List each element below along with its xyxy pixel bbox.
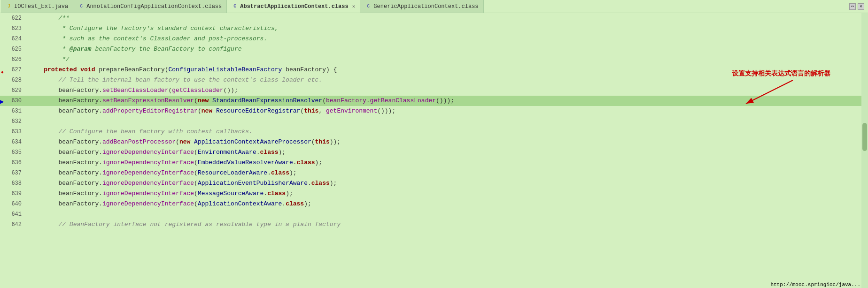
table-row: 636 beanFactory.ignoreDependencyInterfac… — [0, 158, 868, 168]
editor-container: 设置支持相关表达式语言的解析器 622 /** 623 * Configure … — [0, 13, 868, 288]
table-row: 626 */ — [0, 54, 868, 65]
line-number: 638 — [0, 178, 25, 189]
line-content: beanFactory.ignoreDependencyInterface(Ap… — [25, 199, 311, 209]
line-number: 623 — [0, 23, 25, 34]
code-editor[interactable]: 622 /** 623 * Configure the factory's st… — [0, 13, 868, 288]
table-row: 622 /** — [0, 13, 868, 23]
line-number: 637 — [0, 168, 25, 178]
line-content: /** — [25, 13, 70, 23]
table-row: 635 beanFactory.ignoreDependencyInterfac… — [0, 147, 868, 158]
scrollbar-thumb-y[interactable] — [862, 123, 867, 151]
tab-abstract-label: AbstractApplicationContext.class — [240, 3, 348, 10]
line-content: beanFactory.addPropertyEditorRegistrar(n… — [25, 106, 395, 116]
tab-ioc[interactable]: J IOCTest_Ext.java — [1, 0, 73, 13]
tab-ioc-label: IOCTest_Ext.java — [14, 3, 68, 10]
tab-abstract[interactable]: C AbstractApplicationContext.class ✕ — [227, 0, 360, 13]
line-content: beanFactory.setBeanExpressionResolver(ne… — [25, 96, 454, 106]
svg-line-1 — [746, 80, 793, 104]
class-file-icon-generic: C — [365, 3, 372, 10]
line-number: 640 — [0, 199, 25, 209]
line-content: beanFactory.ignoreDependencyInterface(En… — [25, 147, 286, 158]
table-row: 634 beanFactory.addBeanPostProcessor(new… — [0, 137, 868, 147]
table-row: 624 * such as the context's ClassLoader … — [0, 34, 868, 44]
line-content: beanFactory.addBeanPostProcessor(new App… — [25, 137, 341, 147]
line-number: 625 — [0, 44, 25, 54]
line-number: 622 — [0, 13, 25, 23]
java-file-icon: J — [6, 3, 12, 10]
line-content: // Configure the bean factory with conte… — [25, 127, 253, 137]
line-number: 624 — [0, 34, 25, 44]
line-number: 628 — [0, 75, 25, 85]
annotation-bubble: 设置支持相关表达式语言的解析器 — [732, 69, 830, 78]
tab-anno[interactable]: C AnnotationConfigApplicationContext.cla… — [73, 0, 227, 13]
class-file-icon-anno: C — [78, 3, 85, 10]
line-content: beanFactory.setBeanClassLoader(getClassL… — [25, 85, 238, 96]
table-row: 640 beanFactory.ignoreDependencyInterfac… — [0, 199, 868, 209]
tab-close-abstract[interactable]: ✕ — [352, 3, 356, 9]
table-row: 637 beanFactory.ignoreDependencyInterfac… — [0, 168, 868, 178]
table-row: 642 // BeanFactory interface not registe… — [0, 220, 868, 230]
line-content: beanFactory.ignoreDependencyInterface(Ap… — [25, 178, 337, 189]
line-content: // Tell the internal bean factory to use… — [25, 75, 322, 85]
restore-button[interactable]: ▭ — [849, 3, 856, 10]
table-row: 623 * Configure the factory's standard c… — [0, 23, 868, 34]
table-row: 639 beanFactory.ignoreDependencyInterfac… — [0, 189, 868, 199]
tabs-left: J IOCTest_Ext.java C AnnotationConfigApp… — [1, 0, 484, 13]
line-content: beanFactory.ignoreDependencyInterface(Me… — [25, 189, 293, 199]
line-content: * such as the context's ClassLoader and … — [25, 34, 267, 44]
status-bar: http://mooc.springioc/java... — [771, 281, 860, 288]
line-number: 636 — [0, 158, 25, 168]
line-number: 626 — [0, 54, 25, 65]
tab-generic-label: GenericApplicationContext.class — [373, 3, 478, 10]
tab-anno-label: AnnotationConfigApplicationContext.class — [86, 3, 222, 10]
line-number: 639 — [0, 189, 25, 199]
table-row: 638 beanFactory.ignoreDependencyInterfac… — [0, 178, 868, 189]
line-number: 641 — [0, 209, 25, 220]
window-controls: ▭ ✕ — [849, 3, 867, 10]
tab-generic[interactable]: C GenericApplicationContext.class — [360, 0, 483, 13]
line-number: ▶630 — [0, 96, 25, 106]
line-number: 635 — [0, 147, 25, 158]
line-number: 629 — [0, 85, 25, 96]
line-content: beanFactory.ignoreDependencyInterface(Re… — [25, 168, 297, 178]
table-row: 631 beanFactory.addPropertyEditorRegistr… — [0, 106, 868, 116]
line-number: 642 — [0, 220, 25, 230]
line-content — [25, 116, 33, 127]
line-content: protected void prepareBeanFactory(Config… — [25, 65, 337, 75]
close-button[interactable]: ✕ — [858, 3, 864, 10]
line-number: 631 — [0, 106, 25, 116]
class-file-icon-abstract: C — [232, 3, 238, 10]
line-content: * Configure the factory's standard conte… — [25, 23, 279, 34]
tab-bar: J IOCTest_Ext.java C AnnotationConfigApp… — [0, 0, 868, 13]
line-content: // BeanFactory interface not registered … — [25, 220, 341, 230]
table-row: 632 — [0, 116, 868, 127]
line-number: ●627 — [0, 65, 25, 75]
line-content: * @param beanFactory the BeanFactory to … — [25, 44, 242, 54]
table-row: 625 * @param beanFactory the BeanFactory… — [0, 44, 868, 54]
annotation-arrow — [736, 78, 798, 106]
status-url: http://mooc.springioc/java... — [771, 282, 860, 288]
line-content: */ — [25, 54, 70, 65]
line-number: 634 — [0, 137, 25, 147]
vertical-scrollbar[interactable] — [861, 13, 868, 288]
line-content — [25, 209, 33, 220]
line-content: beanFactory.ignoreDependencyInterface(Em… — [25, 158, 322, 168]
table-row: 641 — [0, 209, 868, 220]
table-row: 633 // Configure the bean factory with c… — [0, 127, 868, 137]
line-number: 633 — [0, 127, 25, 137]
line-number: 632 — [0, 116, 25, 127]
